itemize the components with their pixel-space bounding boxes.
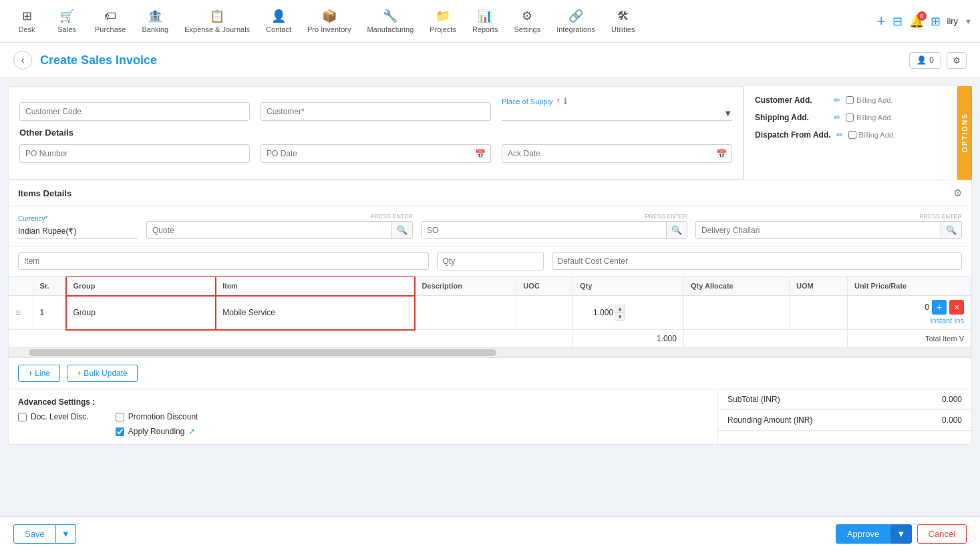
approve-dropdown-button[interactable]: ▼ <box>890 524 911 544</box>
approve-button[interactable]: Approve <box>836 524 890 544</box>
nav-item-utilities[interactable]: 🛠 Utilities <box>605 5 642 37</box>
delivery-challan-field: PRESS ENTER 🔍 <box>695 213 962 239</box>
ack-date-input[interactable] <box>502 144 732 163</box>
totals-section: SubTotal (INR) 0.000 Rounding Amount (IN… <box>717 389 971 444</box>
add-line-button[interactable]: + Line <box>18 365 60 382</box>
right-panel: Customer Add. ✏ Billing Add. Shipping Ad… <box>744 86 957 180</box>
shipping-billing-checkbox-input[interactable] <box>846 114 854 122</box>
customer-billing-checkbox-input[interactable] <box>846 96 854 104</box>
reports-icon: 📊 <box>478 9 492 23</box>
row-group: Group <box>73 308 96 317</box>
page-header: ‹ Create Sales Invoice 👤 0 ⚙ <box>0 43 980 78</box>
delete-row-button[interactable]: × <box>949 300 964 315</box>
qty-down-button[interactable]: ▼ <box>615 313 625 321</box>
user-dropdown-icon[interactable]: ▼ <box>965 17 972 25</box>
td-description[interactable] <box>415 296 516 330</box>
nav-item-desk[interactable]: ⊞ Desk <box>8 5 45 37</box>
nav-label-purchase: Purchase <box>95 25 126 33</box>
subtotal-label: SubTotal (INR) <box>727 395 780 404</box>
nav-item-banking[interactable]: 🏦 Banking <box>135 5 175 37</box>
horizontal-scrollbar[interactable] <box>9 348 971 357</box>
td-qty-allocate[interactable] <box>683 296 789 330</box>
scroll-thumb[interactable] <box>29 349 496 356</box>
td-item[interactable]: Mobile Service <box>216 296 415 330</box>
td-uom[interactable] <box>789 296 847 330</box>
nav-item-purchase[interactable]: 🏷 Purchase <box>88 5 132 37</box>
instant-ins-link[interactable]: Instant Ins <box>930 317 964 325</box>
supply-dropdown-icon[interactable]: ▼ <box>723 108 732 118</box>
so-input[interactable] <box>422 222 666 238</box>
sales-icon: 🛒 <box>59 9 74 23</box>
po-number-field <box>19 144 250 163</box>
nav-label-settings: Settings <box>514 25 540 33</box>
apply-rounding-ext-icon[interactable]: ↗ <box>188 427 195 436</box>
delivery-challan-search-icon[interactable]: 🔍 <box>941 222 961 238</box>
qty-up-button[interactable]: ▲ <box>615 305 625 313</box>
global-add-button[interactable]: + <box>877 13 886 30</box>
options-sidebar[interactable]: OPTIONS <box>957 86 972 180</box>
quote-search-wrap: 🔍 <box>146 221 413 239</box>
nav-item-projects[interactable]: 📁 Projects <box>423 5 463 37</box>
back-button[interactable]: ‹ <box>13 51 32 69</box>
nav-item-manufacturing[interactable]: 🔧 Manufacturing <box>360 5 420 37</box>
td-group[interactable]: Group <box>66 296 216 330</box>
purchase-icon: 🏷 <box>104 9 116 23</box>
nav-item-reports[interactable]: 📊 Reports <box>466 5 505 37</box>
apply-rounding-checkbox[interactable] <box>116 427 124 436</box>
advanced-fields: Doc. Level Disc. Promotion Discount Appl… <box>18 412 708 436</box>
customer-input[interactable] <box>261 102 491 121</box>
user-count-button[interactable]: 👤 0 <box>909 52 941 69</box>
customer-code-input[interactable] <box>19 102 250 121</box>
user-name[interactable]: iiry <box>947 16 959 26</box>
quote-field: PRESS ENTER 🔍 <box>146 213 413 239</box>
quote-input[interactable] <box>147 222 391 238</box>
save-button[interactable]: Save <box>13 524 56 544</box>
apply-rounding-label: Apply Rounding <box>128 427 185 436</box>
approve-button-wrap: Approve ▼ <box>836 524 912 544</box>
add-row-button[interactable]: + <box>932 300 947 315</box>
td-uoc[interactable] <box>516 296 573 330</box>
top-section: Place of Supply * ℹ ▼ Other Details <box>8 86 972 180</box>
drag-handle-icon[interactable]: ≡ <box>15 307 21 318</box>
dispatch-billing-checkbox-input[interactable] <box>848 131 856 139</box>
customer-add-edit-icon[interactable]: ✏ <box>834 96 840 105</box>
delivery-challan-input[interactable] <box>696 222 941 238</box>
list-view-icon[interactable]: ⊟ <box>892 14 903 29</box>
po-date-calendar-icon[interactable]: 📅 <box>475 149 486 159</box>
po-number-input[interactable] <box>19 144 250 163</box>
shipping-add-edit-icon[interactable]: ✏ <box>834 113 840 122</box>
place-of-supply-field: Place of Supply * ℹ ▼ <box>502 96 732 121</box>
currency-row: Currency* Indian Rupee(₹) PRESS ENTER 🔍 … <box>9 206 971 246</box>
main-content: ‹ Create Sales Invoice 👤 0 ⚙ <box>0 43 980 551</box>
cancel-button[interactable]: Cancel <box>917 524 967 544</box>
cost-center-input[interactable] <box>552 252 963 270</box>
item-input[interactable] <box>18 252 429 270</box>
dispatch-add-edit-icon[interactable]: ✏ <box>836 130 843 140</box>
ack-date-calendar-icon[interactable]: 📅 <box>716 149 727 159</box>
info-icon[interactable]: ℹ <box>564 96 567 106</box>
nav-item-settings[interactable]: ⚙ Settings <box>507 5 547 37</box>
th-unit-price: Unit Price/Rate <box>847 277 971 296</box>
nav-item-pro-inventory[interactable]: 📦 Pro Inventory <box>301 5 357 37</box>
td-unit-price[interactable]: 0 + × Instant Ins <box>847 296 971 330</box>
nav-item-contact[interactable]: 👤 Contact <box>259 5 298 37</box>
save-dropdown-button[interactable]: ▼ <box>56 524 76 544</box>
nav-item-integrations[interactable]: 🔗 Integrations <box>550 5 601 37</box>
po-date-input[interactable] <box>261 144 491 163</box>
nav-item-sales[interactable]: 🛒 Sales <box>48 5 86 37</box>
doc-level-disc-checkbox[interactable] <box>18 413 27 421</box>
items-settings-icon[interactable]: ⚙ <box>953 187 962 199</box>
total-item-label: Total Item V <box>925 335 964 343</box>
advanced-middle: Promotion Discount Apply Rounding ↗ <box>116 412 198 436</box>
bulk-update-button[interactable]: + Bulk Update <box>67 365 138 382</box>
nav-item-expense[interactable]: 📋 Expense & Journals <box>178 5 257 37</box>
page-settings-button[interactable]: ⚙ <box>947 52 967 69</box>
qty-input[interactable] <box>437 252 544 270</box>
main-area: ‹ Create Sales Invoice 👤 0 ⚙ <box>0 43 980 551</box>
so-search-icon[interactable]: 🔍 <box>666 222 687 238</box>
customer-add-label: Customer Add. <box>755 96 828 105</box>
td-qty[interactable]: 1.000 ▲ ▼ <box>573 296 684 330</box>
quote-search-icon[interactable]: 🔍 <box>391 222 412 238</box>
promotion-discount-checkbox[interactable] <box>116 413 124 421</box>
grid-view-icon[interactable]: ⊞ <box>931 14 941 29</box>
